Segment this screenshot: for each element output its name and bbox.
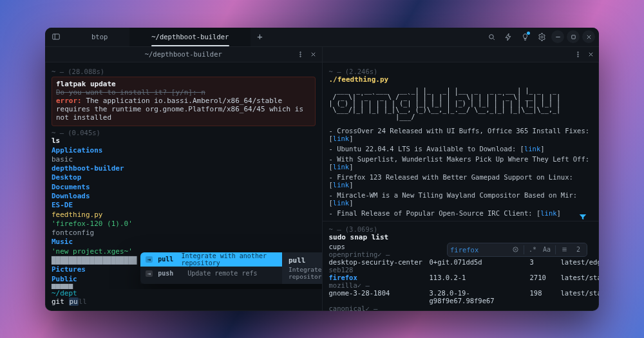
table-row: desktop-security-center0+git.071dd5d3lat… xyxy=(329,258,593,266)
command-text: ./feedthing.py xyxy=(329,75,593,84)
feed-line: - Ubuntu 22.04.4 LTS is Available to Dow… xyxy=(329,145,593,153)
ls-entry: Music xyxy=(52,238,316,247)
command-text: sudo snap list xyxy=(329,233,593,241)
tab-label: btop xyxy=(91,33,108,41)
feed-link[interactable]: link xyxy=(524,145,540,153)
table-row: canonical✓ — xyxy=(329,305,593,311)
prompt-area[interactable]: ~/dept git pull xyxy=(45,289,322,311)
search-icon[interactable] xyxy=(484,30,498,44)
autocomplete-popup: ⇥pullIntegrate with another repository⇥p… xyxy=(140,252,322,284)
error-text: The application io.bassi.Amberol/x86_64/… xyxy=(56,97,303,122)
feed-output: - CrossOver 24 Released with UI Buffs, O… xyxy=(329,127,593,217)
pane-tabbar xyxy=(323,47,600,62)
block-meta: ~ — (3.069s) xyxy=(329,225,593,233)
prompt-line: ~/dept xyxy=(52,289,316,297)
prompt-input-line[interactable]: git pull xyxy=(52,297,316,306)
ls-entry: feedthing.py xyxy=(52,211,316,220)
tab-btop[interactable]: btop xyxy=(70,28,129,46)
ls-entry: Documents xyxy=(52,183,316,192)
window-minimize-button[interactable] xyxy=(551,30,564,43)
feed-link[interactable]: link xyxy=(540,209,556,217)
titlebar: btop ~/depthboot-builder + xyxy=(45,28,599,47)
autocomplete-list: ⇥pullIntegrate with another repository⇥p… xyxy=(140,252,282,284)
sidebar-toggle-icon[interactable] xyxy=(49,30,63,44)
output-line: Do you want to install it? [y/n]: n xyxy=(56,88,311,97)
app-window: btop ~/depthboot-builder + ~/depthboot-b… xyxy=(45,28,599,311)
command-text: ls xyxy=(52,136,316,145)
gear-icon[interactable] xyxy=(535,30,549,44)
prompt-path: ~/dept xyxy=(52,289,77,297)
pane-right: ~ — (2.246s) ./feedthing.py ___ _ __ ___… xyxy=(323,47,600,311)
regex-toggle[interactable]: .* xyxy=(527,244,538,256)
autocomplete-item[interactable]: ⇥pushUpdate remote refs xyxy=(140,267,282,281)
svg-point-5 xyxy=(300,53,301,55)
new-tab-button[interactable]: + xyxy=(251,28,269,46)
ls-entry: basic xyxy=(52,155,316,164)
error-line: error: The application io.bassi.Amberol/… xyxy=(56,97,311,122)
terminal-right[interactable]: ~ — (2.246s) ./feedthing.py ___ _ __ ___… xyxy=(323,62,600,311)
detail-title: pull xyxy=(289,256,322,265)
error-label: error: xyxy=(56,97,82,105)
window-close-button[interactable] xyxy=(582,30,595,43)
ls-entry: Applications xyxy=(52,146,316,155)
tab-strip: btop ~/depthboot-builder + xyxy=(70,28,269,46)
bolt-icon[interactable] xyxy=(501,30,515,44)
ls-entry: █████ xyxy=(52,284,316,289)
svg-point-9 xyxy=(577,55,578,57)
ls-entry: Desktop xyxy=(52,173,316,182)
case-toggle[interactable]: Aa xyxy=(541,244,553,256)
terminal-left[interactable]: ~ — (28.088s) flatpak update Do you want… xyxy=(45,62,322,289)
svg-point-7 xyxy=(577,52,578,53)
error-block: flatpak update Do you want to install it… xyxy=(52,77,316,126)
pane-tabbar: ~/depthboot-builder xyxy=(45,47,322,62)
command-text: flatpak update xyxy=(56,80,311,88)
table-row: seb128 xyxy=(329,266,593,274)
find-input[interactable] xyxy=(450,246,507,254)
block-meta: ~ — (28.088s) xyxy=(52,68,316,75)
detail-desc: Integrate with another repository xyxy=(289,266,322,280)
pane-left: ~/depthboot-builder ~ — (28.088s) flatpa… xyxy=(45,47,323,311)
filter-icon[interactable] xyxy=(578,212,587,223)
svg-point-6 xyxy=(300,55,301,57)
feed-line: - Miracle-WM is a New Tiling Wayland Com… xyxy=(329,191,593,207)
feed-link[interactable]: link xyxy=(333,199,349,207)
snap-table: .* Aa 2 cups openprinting✓ —desktop-secu… xyxy=(329,243,593,311)
ls-entry: depthboot-builder xyxy=(52,164,316,173)
pane-tab-label: ~/depthboot-builder xyxy=(145,50,222,58)
svg-point-4 xyxy=(300,52,301,53)
ascii-banner: ___ _ __ ___ __ _| |_ _| |__ _ _ _ __ | … xyxy=(329,88,593,120)
autocomplete-detail: pull Integrate with another repository xyxy=(282,252,322,284)
ls-entry: 'firefox-120 (1).0' xyxy=(52,220,316,229)
table-row: firefox113.0.2-12710latest/stable xyxy=(329,274,593,281)
feed-link[interactable]: link xyxy=(333,181,349,189)
hint-bulb-icon[interactable] xyxy=(518,30,532,44)
table-row: gnome-3-28-18043.28.0-19-g98f9e67.98f9e6… xyxy=(329,289,593,305)
ls-entry: Downloads xyxy=(52,192,316,201)
feed-line: - CrossOver 24 Released with UI Buffs, O… xyxy=(329,127,593,142)
svg-point-8 xyxy=(577,53,578,55)
svg-rect-3 xyxy=(571,35,574,38)
tab-label: ~/depthboot-builder xyxy=(151,33,229,41)
ls-entry: fontconfig xyxy=(52,229,316,238)
svg-point-1 xyxy=(489,34,493,39)
block-meta: ~ — (0.045s) xyxy=(52,129,316,136)
autocomplete-item[interactable]: ⇥pullIntegrate with another repository xyxy=(140,252,282,267)
close-pane-icon[interactable] xyxy=(308,48,319,60)
block-meta: ~ — (2.246s) xyxy=(329,68,593,75)
kebab-menu-icon[interactable] xyxy=(295,48,307,60)
feed-line: - Final Release of Popular Open-Source I… xyxy=(329,209,593,217)
feed-link[interactable]: link xyxy=(333,135,349,142)
tab-depthboot[interactable]: ~/depthboot-builder xyxy=(129,28,251,46)
lines-icon[interactable] xyxy=(558,244,570,256)
match-count: 2 xyxy=(573,244,584,256)
clear-icon[interactable] xyxy=(509,244,521,256)
table-row: mozilla✓ — xyxy=(329,281,593,289)
divider xyxy=(323,221,600,221)
ls-entry: ES-DE xyxy=(52,201,316,210)
close-pane-icon[interactable] xyxy=(585,48,596,60)
kebab-menu-icon[interactable] xyxy=(572,48,583,60)
feed-link[interactable]: link xyxy=(333,163,349,171)
svg-rect-0 xyxy=(53,34,60,39)
svg-point-2 xyxy=(540,35,542,37)
window-maximize-button[interactable] xyxy=(567,30,580,43)
